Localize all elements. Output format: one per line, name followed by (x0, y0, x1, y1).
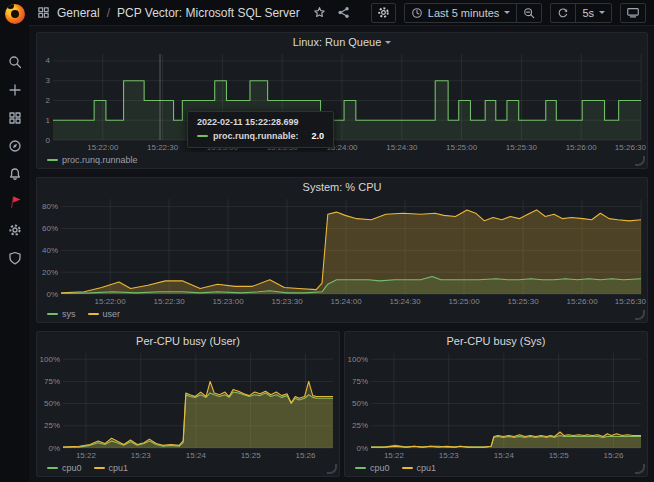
chart-svg: 0%20%40%60%80%15:22:0015:22:3015:23:0015… (37, 196, 647, 306)
svg-text:15:23: 15:23 (131, 451, 152, 460)
grafana-logo[interactable] (5, 4, 25, 24)
svg-text:2: 2 (46, 96, 51, 105)
time-picker-group: Last 5 minutes (404, 3, 543, 23)
panel-linux-run-queue: Linux: Run Queue 0123415:22:0015:22:3015… (36, 32, 648, 169)
svg-text:25%: 25% (352, 421, 368, 430)
dashboard-settings-button[interactable] (371, 3, 396, 23)
chart-svg: 0123415:22:0015:22:3015:23:0015:23:3015:… (37, 51, 647, 152)
sidebar-item-alerting[interactable] (4, 166, 26, 181)
tooltip-series-name: proc.runq.runnable: (213, 131, 299, 141)
breadcrumb-separator: / (107, 6, 110, 20)
panel-menu-chevron-icon[interactable] (385, 41, 391, 44)
zoom-out-icon (523, 7, 535, 19)
legend-item-cpu0[interactable]: cpu0 (355, 463, 390, 473)
sidebar-item-configuration[interactable] (4, 222, 26, 237)
svg-text:40%: 40% (42, 246, 58, 255)
time-range-picker[interactable]: Last 5 minutes (405, 4, 517, 22)
svg-text:15:22: 15:22 (76, 451, 97, 460)
cycle-view-mode-button[interactable] (620, 3, 646, 23)
svg-text:15:22:00: 15:22:00 (95, 297, 127, 306)
svg-text:100%: 100% (40, 355, 60, 364)
svg-text:0%: 0% (48, 444, 60, 453)
svg-text:15:25:30: 15:25:30 (507, 297, 539, 306)
dashboard-grid-icon (37, 6, 50, 19)
sidebar-item-dashboards[interactable] (4, 110, 26, 125)
chart-area[interactable]: 0%20%40%60%80%15:22:0015:22:3015:23:0015… (37, 196, 647, 306)
svg-text:15:24: 15:24 (494, 451, 515, 460)
svg-text:0%: 0% (356, 444, 368, 453)
legend-dash (47, 467, 58, 469)
svg-text:15:22: 15:22 (384, 451, 405, 460)
legend: cpu0cpu1 (345, 460, 647, 476)
pcp-flag-icon (8, 195, 22, 209)
legend-dash (402, 467, 413, 469)
tooltip: 2022-02-11 15:22:28.699 proc.runq.runnab… (187, 111, 334, 148)
search-icon (8, 55, 22, 69)
refresh-icon (557, 7, 569, 19)
svg-text:15:24: 15:24 (186, 451, 207, 460)
legend-label: proc.runq.runnable (62, 155, 138, 165)
legend-label: cpu1 (417, 463, 437, 473)
share-icon[interactable] (337, 6, 350, 19)
sidebar-item-search[interactable] (4, 54, 26, 69)
legend-label: sys (62, 309, 76, 319)
legend-item-proc.runq.runnable[interactable]: proc.runq.runnable (47, 155, 138, 165)
legend-label: cpu1 (109, 463, 129, 473)
top-nav: General / PCP Vector: Microsoft SQL Serv… (29, 0, 654, 26)
legend: sysuser (37, 306, 647, 322)
refresh-interval-label: 5s (582, 7, 594, 19)
svg-text:15:24:30: 15:24:30 (386, 143, 418, 152)
panel-title[interactable]: System: % CPU (37, 178, 647, 196)
svg-text:15:26:00: 15:26:00 (566, 297, 598, 306)
chart-area[interactable]: 0123415:22:0015:22:3015:23:0015:23:3015:… (37, 51, 647, 152)
panel-title[interactable]: Linux: Run Queue (37, 33, 647, 51)
svg-text:25%: 25% (44, 421, 60, 430)
sidebar (0, 0, 29, 482)
chart-area[interactable]: 0%25%50%75%100%15:2215:2315:2415:2515:26 (37, 350, 339, 460)
chart-area[interactable]: 0%25%50%75%100%15:2215:2315:2415:2515:26 (345, 350, 647, 460)
shield-icon (8, 251, 22, 265)
plus-icon (8, 83, 22, 97)
legend-item-sys[interactable]: sys (47, 309, 76, 319)
tooltip-timestamp: 2022-02-11 15:22:28.699 (197, 117, 324, 127)
sidebar-item-create[interactable] (4, 82, 26, 97)
tooltip-series-value: 2.0 (312, 131, 325, 141)
zoom-out-button[interactable] (516, 4, 541, 22)
compass-icon (8, 139, 22, 153)
svg-text:15:26:30: 15:26:30 (615, 297, 647, 306)
bell-icon (8, 167, 22, 181)
legend-item-cpu1[interactable]: cpu1 (94, 463, 129, 473)
svg-text:15:22:30: 15:22:30 (154, 297, 186, 306)
sidebar-item-performance-co-pilot[interactable] (4, 194, 26, 209)
svg-text:15:24:00: 15:24:00 (330, 297, 362, 306)
svg-text:0: 0 (46, 136, 51, 145)
sidebar-item-server-admin[interactable] (4, 250, 26, 265)
panel-title[interactable]: Per-CPU busy (Sys) (345, 332, 647, 350)
legend-dash (355, 467, 366, 469)
legend-label: cpu0 (62, 463, 82, 473)
dashboard-title[interactable]: PCP Vector: Microsoft SQL Server (117, 6, 300, 20)
tooltip-series-dash (197, 135, 208, 137)
refresh-group: 5s (550, 3, 612, 23)
legend: proc.runq.runnable (37, 152, 647, 168)
star-icon[interactable] (313, 6, 326, 19)
refresh-button[interactable] (551, 4, 575, 22)
dashboards-icon (8, 111, 22, 125)
refresh-interval-picker[interactable]: 5s (575, 4, 611, 22)
svg-text:60%: 60% (42, 224, 58, 233)
chart-svg: 0%25%50%75%100%15:2215:2315:2415:2515:26 (37, 350, 339, 460)
legend-item-cpu0[interactable]: cpu0 (47, 463, 82, 473)
monitor-icon (626, 6, 640, 19)
svg-text:100%: 100% (348, 355, 368, 364)
svg-text:15:23:00: 15:23:00 (213, 297, 245, 306)
panel-title[interactable]: Per-CPU busy (User) (37, 332, 339, 350)
gear-icon (8, 223, 22, 237)
legend-item-cpu1[interactable]: cpu1 (402, 463, 437, 473)
svg-text:15:23: 15:23 (439, 451, 460, 460)
svg-text:4: 4 (46, 56, 51, 65)
breadcrumb-section[interactable]: General (57, 6, 100, 20)
time-range-label: Last 5 minutes (428, 7, 500, 19)
sidebar-item-explore[interactable] (4, 138, 26, 153)
legend-item-user[interactable]: user (88, 309, 121, 319)
svg-text:15:25:30: 15:25:30 (506, 143, 538, 152)
